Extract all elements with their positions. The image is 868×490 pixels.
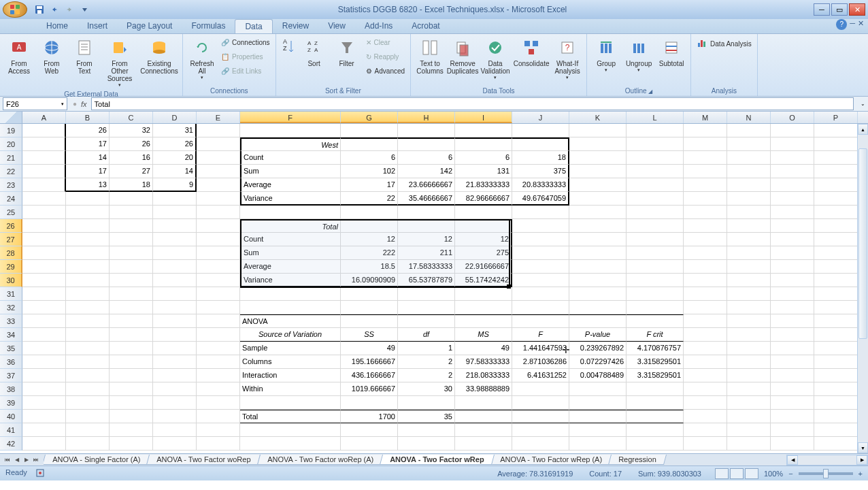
group-button[interactable]: Group▾ <box>590 35 622 74</box>
cell-D23[interactable]: 9 <box>153 178 197 192</box>
cell-F20[interactable]: West <box>240 137 341 151</box>
from-other-sources-button[interactable]: From Other Sources▾ <box>101 35 139 89</box>
zoom-in-icon[interactable]: + <box>858 470 863 478</box>
clear-button[interactable]: ✕Clear <box>363 35 407 50</box>
sheet-tab-0[interactable]: ANOVA - Single Factor (A) <box>44 455 150 465</box>
cell-F32[interactable] <box>240 301 341 314</box>
cell-A42[interactable] <box>22 437 66 451</box>
row-header-33[interactable]: 33 <box>0 314 22 328</box>
cell-J29[interactable] <box>512 260 569 274</box>
row-header-41[interactable]: 41 <box>0 423 22 437</box>
row-header-20[interactable]: 20 <box>0 137 22 151</box>
cell-E27[interactable] <box>197 233 240 246</box>
cell-D25[interactable] <box>153 206 197 219</box>
cell-I22[interactable]: 131 <box>455 165 512 178</box>
cell-F19[interactable] <box>240 124 341 137</box>
cell-K27[interactable] <box>569 233 627 246</box>
cell-K29[interactable] <box>569 260 627 274</box>
row-header-28[interactable]: 28 <box>0 246 22 260</box>
cell-B33[interactable] <box>66 314 110 328</box>
cell-E24[interactable] <box>197 192 240 206</box>
cell-K22[interactable] <box>569 165 627 178</box>
cell-A38[interactable] <box>22 382 66 396</box>
cell-F38[interactable]: Within <box>240 382 341 396</box>
cell-D22[interactable]: 14 <box>153 165 197 178</box>
cell-O22[interactable] <box>771 165 814 178</box>
cell-P27[interactable] <box>814 233 858 246</box>
minimize-ribbon-icon[interactable]: ─ <box>850 19 855 33</box>
cell-F27[interactable]: Count <box>240 233 341 246</box>
cell-B39[interactable] <box>66 396 110 410</box>
cell-P21[interactable] <box>814 151 858 165</box>
cell-I36[interactable]: 97.58333333 <box>455 355 512 369</box>
cell-E34[interactable] <box>197 328 240 342</box>
cell-I26[interactable] <box>455 219 512 233</box>
cell-P19[interactable] <box>814 124 858 137</box>
cell-A30[interactable] <box>22 274 66 287</box>
cell-B24[interactable] <box>66 192 110 206</box>
vertical-scrollbar[interactable]: ▲ ▼ <box>857 124 868 453</box>
column-header-N[interactable]: N <box>727 112 771 123</box>
save-icon[interactable] <box>33 3 46 16</box>
minimize-button[interactable]: ─ <box>814 3 830 16</box>
cell-K31[interactable] <box>569 287 627 301</box>
cell-K25[interactable] <box>569 206 627 219</box>
cell-B27[interactable] <box>66 233 110 246</box>
cell-B37[interactable] <box>66 369 110 382</box>
cell-H31[interactable] <box>398 287 455 301</box>
cell-I30[interactable]: 55.17424242 <box>455 274 512 287</box>
cell-E31[interactable] <box>197 287 240 301</box>
cell-G41[interactable] <box>341 423 398 437</box>
cell-A19[interactable] <box>22 124 66 137</box>
cell-I38[interactable]: 33.98888889 <box>455 382 512 396</box>
cell-N28[interactable] <box>727 246 771 260</box>
cell-H35[interactable]: 1 <box>398 342 455 355</box>
cell-M31[interactable] <box>684 287 727 301</box>
cell-K32[interactable] <box>569 301 627 314</box>
cell-D29[interactable] <box>153 260 197 274</box>
edit-links-button[interactable]: 🔗Edit Links <box>218 64 273 78</box>
advanced-button[interactable]: ⚙Advanced <box>363 64 407 78</box>
cell-J23[interactable]: 20.83333333 <box>512 178 569 192</box>
cell-P20[interactable] <box>814 137 858 151</box>
cell-K38[interactable] <box>569 382 627 396</box>
cell-O35[interactable] <box>771 342 814 355</box>
cell-K35[interactable]: 0.239267892 <box>569 342 627 355</box>
column-header-L[interactable]: L <box>627 112 684 123</box>
tab-next-icon[interactable]: ▶ <box>22 455 31 465</box>
cell-O23[interactable] <box>771 178 814 192</box>
cell-L34[interactable]: F crit <box>627 328 684 342</box>
cell-C35[interactable] <box>110 342 153 355</box>
cell-H24[interactable]: 35.46666667 <box>398 192 455 206</box>
cell-D42[interactable] <box>153 437 197 451</box>
cell-M34[interactable] <box>684 328 727 342</box>
cell-J21[interactable]: 18 <box>512 151 569 165</box>
fx-icon[interactable]: fx <box>81 100 87 108</box>
cell-P42[interactable] <box>814 437 858 451</box>
cell-L38[interactable] <box>627 382 684 396</box>
cell-G22[interactable]: 102 <box>341 165 398 178</box>
cell-O28[interactable] <box>771 246 814 260</box>
cell-A25[interactable] <box>22 206 66 219</box>
cell-G20[interactable] <box>341 137 398 151</box>
row-header-31[interactable]: 31 <box>0 287 22 301</box>
cell-K37[interactable]: 0.004788489 <box>569 369 627 382</box>
cell-F40[interactable]: Total <box>240 410 341 423</box>
cell-M30[interactable] <box>684 274 727 287</box>
cell-L37[interactable]: 3.315829501 <box>627 369 684 382</box>
cell-O24[interactable] <box>771 192 814 206</box>
cell-O40[interactable] <box>771 410 814 423</box>
cell-D32[interactable] <box>153 301 197 314</box>
cell-P24[interactable] <box>814 192 858 206</box>
cell-O30[interactable] <box>771 274 814 287</box>
cell-F21[interactable]: Count <box>240 151 341 165</box>
cell-E29[interactable] <box>197 260 240 274</box>
cell-H27[interactable]: 12 <box>398 233 455 246</box>
cell-A34[interactable] <box>22 328 66 342</box>
cell-M22[interactable] <box>684 165 727 178</box>
cell-G24[interactable]: 22 <box>341 192 398 206</box>
close-button[interactable]: ✕ <box>849 3 865 16</box>
cell-C37[interactable] <box>110 369 153 382</box>
column-header-M[interactable]: M <box>684 112 727 123</box>
cell-M40[interactable] <box>684 410 727 423</box>
